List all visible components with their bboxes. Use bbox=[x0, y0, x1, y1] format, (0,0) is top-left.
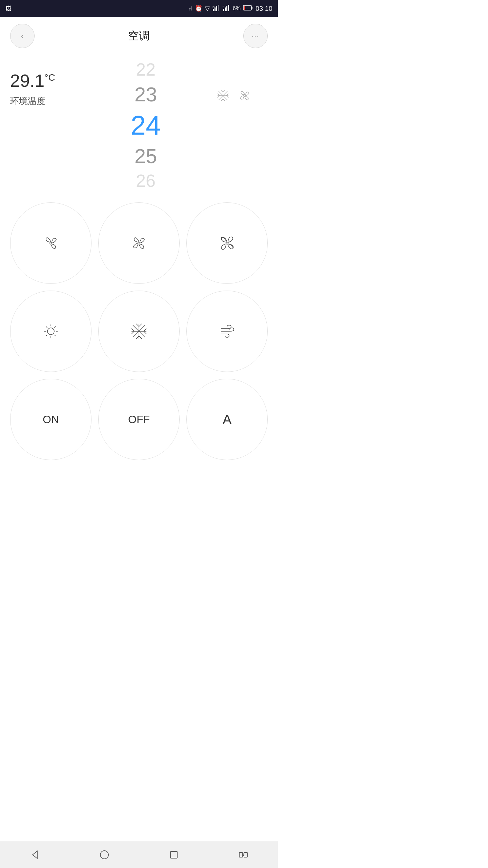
auto-label: A bbox=[223, 412, 232, 427]
svg-point-28 bbox=[226, 242, 228, 244]
back-button[interactable]: ‹ bbox=[10, 24, 35, 48]
image-icon: 🖼 bbox=[5, 5, 12, 12]
fan-mode-icon[interactable] bbox=[238, 89, 251, 105]
svg-text:G: G bbox=[223, 5, 224, 7]
svg-rect-6 bbox=[225, 7, 226, 11]
bluetooth-icon: ⑁ bbox=[188, 5, 192, 12]
back-icon: ‹ bbox=[21, 31, 24, 41]
svg-line-17 bbox=[221, 90, 223, 92]
svg-rect-12 bbox=[251, 7, 252, 9]
page-title: 空调 bbox=[128, 28, 150, 43]
svg-point-27 bbox=[138, 242, 140, 244]
svg-point-25 bbox=[244, 95, 246, 97]
svg-rect-1 bbox=[215, 7, 216, 11]
on-label: ON bbox=[43, 413, 59, 426]
svg-line-45 bbox=[139, 336, 142, 339]
svg-line-24 bbox=[226, 96, 228, 98]
temp-option-26[interactable]: 26 bbox=[136, 170, 156, 193]
ambient-label: 环境温度 bbox=[10, 95, 92, 107]
temp-option-22[interactable]: 22 bbox=[136, 58, 156, 81]
signal-4g-icon: G bbox=[223, 4, 230, 13]
svg-line-23 bbox=[226, 94, 228, 96]
temp-unit: °C bbox=[44, 72, 55, 83]
more-icon: ··· bbox=[252, 32, 260, 40]
svg-line-42 bbox=[136, 324, 139, 327]
svg-line-35 bbox=[55, 335, 56, 336]
svg-point-26 bbox=[50, 242, 52, 244]
header: ‹ 空调 ··· bbox=[0, 17, 278, 55]
svg-line-46 bbox=[131, 329, 134, 331]
menu-button[interactable]: ··· bbox=[243, 24, 268, 48]
svg-line-34 bbox=[46, 327, 47, 328]
fan-medium-button[interactable] bbox=[98, 202, 180, 284]
temp-option-24[interactable]: 24 bbox=[131, 108, 161, 143]
svg-line-47 bbox=[131, 331, 134, 334]
svg-point-29 bbox=[47, 328, 54, 335]
controls-grid: ON OFF A bbox=[10, 202, 268, 460]
off-label: OFF bbox=[128, 413, 150, 426]
heat-button[interactable] bbox=[10, 291, 92, 372]
svg-line-19 bbox=[221, 99, 223, 101]
svg-line-49 bbox=[144, 331, 146, 334]
svg-rect-2 bbox=[216, 6, 217, 11]
ambient-temperature: 29.1°C bbox=[10, 72, 92, 90]
svg-line-44 bbox=[136, 336, 139, 339]
svg-line-20 bbox=[223, 99, 225, 101]
wifi-icon: ▽ bbox=[205, 5, 210, 12]
temp-value: 29.1 bbox=[10, 71, 44, 91]
wind-button[interactable] bbox=[186, 291, 268, 372]
auto-button[interactable]: A bbox=[186, 379, 268, 460]
main-area: 29.1°C 环境温度 22 23 24 25 26 bbox=[0, 55, 278, 192]
battery-icon bbox=[243, 5, 253, 13]
off-button[interactable]: OFF bbox=[98, 379, 180, 460]
svg-line-37 bbox=[46, 335, 47, 336]
cool-button[interactable] bbox=[98, 291, 180, 372]
fan-low-button[interactable] bbox=[10, 202, 92, 284]
battery-percent: 6% bbox=[233, 5, 241, 12]
mode-panel bbox=[200, 75, 268, 105]
snowflake-icon[interactable] bbox=[216, 89, 230, 105]
svg-line-22 bbox=[218, 96, 220, 98]
svg-rect-7 bbox=[226, 6, 227, 11]
temp-option-23[interactable]: 23 bbox=[135, 81, 157, 108]
controls-section: ON OFF A bbox=[0, 192, 278, 467]
svg-line-43 bbox=[139, 324, 142, 327]
fan-high-button[interactable] bbox=[186, 202, 268, 284]
svg-rect-3 bbox=[218, 5, 219, 11]
signal-2g-icon: 2G bbox=[212, 4, 220, 13]
svg-rect-0 bbox=[213, 9, 214, 11]
svg-line-21 bbox=[218, 94, 220, 96]
svg-rect-5 bbox=[223, 9, 224, 11]
svg-text:2G: 2G bbox=[212, 6, 215, 8]
svg-rect-8 bbox=[228, 5, 229, 11]
svg-line-36 bbox=[55, 327, 56, 328]
alarm-icon: ⏰ bbox=[195, 5, 202, 12]
svg-rect-11 bbox=[244, 6, 245, 10]
svg-line-18 bbox=[223, 90, 225, 92]
svg-line-48 bbox=[144, 329, 146, 331]
temperature-picker[interactable]: 22 23 24 25 26 bbox=[92, 58, 200, 192]
temp-option-25[interactable]: 25 bbox=[135, 143, 157, 170]
ambient-panel: 29.1°C 环境温度 bbox=[10, 58, 92, 192]
status-time: 03:10 bbox=[256, 5, 272, 13]
status-bar: 🖼 ⑁ ⏰ ▽ 2G G 6% 03:10 bbox=[0, 0, 278, 17]
on-button[interactable]: ON bbox=[10, 379, 92, 460]
